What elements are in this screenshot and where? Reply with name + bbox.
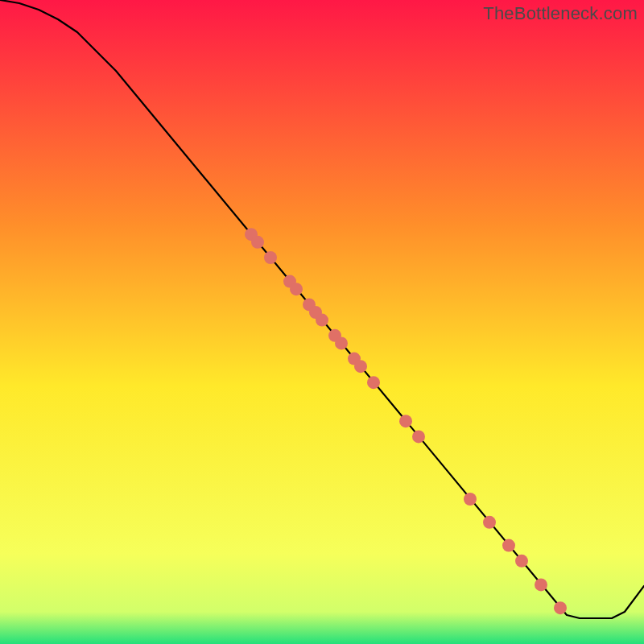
curve-marker: [554, 601, 567, 614]
curve-marker: [354, 360, 367, 373]
chart-container: TheBottleneck.com: [0, 0, 644, 644]
curve-marker: [399, 415, 412, 427]
chart-overlay: [0, 0, 644, 644]
curve-marker: [316, 314, 328, 327]
curve-marker: [290, 283, 303, 295]
curve-marker: [515, 555, 528, 568]
bottleneck-curve: [0, 0, 644, 618]
curve-marker: [335, 336, 348, 349]
watermark-text: TheBottleneck.com: [483, 3, 638, 24]
curve-marker: [535, 578, 547, 591]
curve-marker: [264, 251, 277, 264]
curve-marker: [483, 516, 496, 529]
curve-marker: [251, 236, 264, 249]
curve-marker: [464, 493, 477, 506]
curve-markers: [245, 228, 567, 614]
curve-marker: [502, 539, 515, 552]
curve-marker: [367, 376, 380, 389]
curve-marker: [412, 430, 425, 443]
